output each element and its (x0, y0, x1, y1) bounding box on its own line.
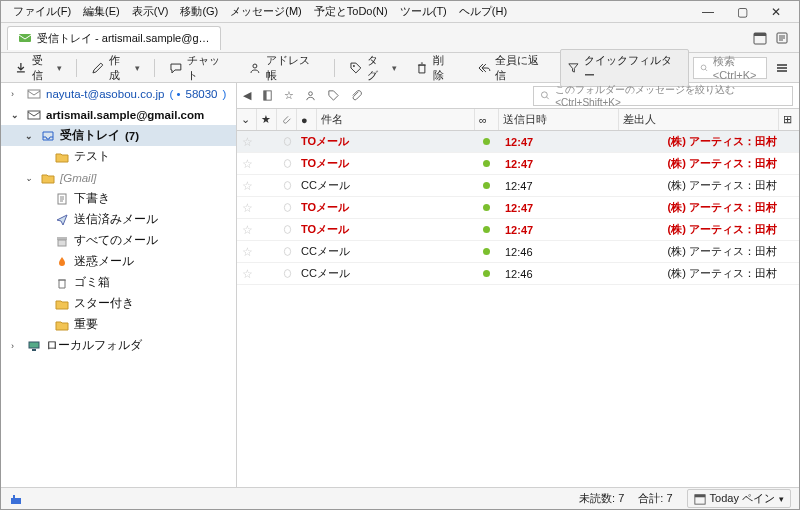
svg-point-23 (284, 248, 290, 256)
receive-button[interactable]: 受信▾ (7, 49, 69, 87)
read-icon (277, 158, 297, 169)
message-row[interactable]: ☆CCメール12:46(株) アーティス：田村 (237, 241, 799, 263)
svg-point-21 (284, 204, 290, 212)
message-row[interactable]: ☆CCメール12:46(株) アーティス：田村 (237, 263, 799, 285)
calendar-icon[interactable] (749, 27, 771, 49)
message-subject: CCメール (297, 266, 477, 281)
svg-point-19 (284, 160, 290, 168)
nav-back[interactable]: ◀ (243, 89, 251, 102)
folder-search-placeholder: このフォルダーのメッセージを絞り込む <Ctrl+Shift+K> (555, 83, 786, 108)
main-toolbar: 受信▾ 作成▾ チャット アドレス帳 タグ▾ 削除 全員に返信 クイックフィルタ… (1, 53, 799, 83)
compose-button[interactable]: 作成▾ (84, 49, 146, 87)
folder-test[interactable]: テスト (1, 146, 236, 167)
menu-tools[interactable]: ツール(T) (394, 2, 453, 21)
star-toggle[interactable]: ☆ (237, 267, 257, 281)
mail-account-icon (26, 107, 41, 122)
svg-rect-12 (29, 342, 39, 348)
window-close[interactable]: ✕ (759, 3, 793, 21)
col-date[interactable]: 送信日時 (499, 109, 619, 130)
search-icon (540, 90, 550, 101)
star-toggle[interactable]: ☆ (237, 201, 257, 215)
tab-title: 受信トレイ - artismail.sample@g… (37, 31, 210, 46)
menu-edit[interactable]: 編集(E) (77, 2, 126, 21)
replyall-button[interactable]: 全員に返信 (470, 49, 556, 87)
folder-sent[interactable]: 送信済みメール (1, 209, 236, 230)
folder-starred[interactable]: スター付き (1, 293, 236, 314)
message-row[interactable]: ☆TOメール12:47(株) アーティス：田村 (237, 219, 799, 241)
folder-drafts-label: 下書き (74, 191, 110, 206)
menu-help[interactable]: ヘルプ(H) (453, 2, 513, 21)
folder-inbox[interactable]: ⌄ 受信トレイ (7) (1, 125, 236, 146)
star-toggle[interactable]: ☆ (237, 245, 257, 259)
read-icon (277, 136, 297, 147)
window-maximize[interactable]: ▢ (725, 3, 759, 21)
app-menu-button[interactable] (771, 57, 793, 79)
folder-search[interactable]: このフォルダーのメッセージを絞り込む <Ctrl+Shift+K> (533, 86, 793, 106)
hamburger-icon (775, 61, 789, 75)
chat-button[interactable]: チャット (162, 49, 237, 87)
menu-todo[interactable]: 予定とToDo(N) (308, 2, 394, 21)
col-picker[interactable]: ⊞ (779, 109, 799, 130)
filter-attach-icon[interactable] (350, 89, 363, 102)
folder-important[interactable]: 重要 (1, 314, 236, 335)
address-label: アドレス帳 (266, 53, 320, 83)
star-toggle[interactable]: ☆ (237, 157, 257, 171)
svg-point-17 (541, 92, 547, 98)
folder-test-label: テスト (74, 149, 110, 164)
account-1[interactable]: › nayuta-t@asobou.co.jp ( •58030) (1, 83, 236, 104)
folder-all[interactable]: すべてのメール (1, 230, 236, 251)
delete-button[interactable]: 削除 (408, 49, 462, 87)
col-subject[interactable]: 件名 (317, 109, 475, 130)
filter-contact-icon[interactable] (304, 89, 317, 102)
global-search[interactable]: 検索 <Ctrl+K> (693, 57, 768, 79)
addressbook-button[interactable]: アドレス帳 (241, 49, 327, 87)
menu-file[interactable]: ファイル(F) (7, 2, 77, 21)
tasks-icon[interactable] (771, 27, 793, 49)
tag-button[interactable]: タグ▾ (342, 49, 404, 87)
menu-go[interactable]: 移動(G) (174, 2, 224, 21)
today-pane-label: Today ペイン (710, 491, 775, 506)
svg-point-24 (284, 270, 290, 278)
menu-message[interactable]: メッセージ(M) (224, 2, 308, 21)
filter-unread-icon[interactable] (261, 89, 274, 102)
read-icon (277, 268, 297, 279)
col-star[interactable]: ★ (257, 109, 277, 130)
menu-view[interactable]: 表示(V) (126, 2, 175, 21)
col-read[interactable]: ● (297, 109, 317, 130)
search-placeholder: 検索 <Ctrl+K> (713, 54, 760, 81)
col-correspondents[interactable]: ∞ (475, 109, 499, 130)
message-row[interactable]: ☆TOメール12:47(株) アーティス：田村 (237, 131, 799, 153)
column-headers[interactable]: ⌄ ★ ● 件名 ∞ 送信日時 差出人 ⊞ (237, 109, 799, 131)
folder-drafts[interactable]: 下書き (1, 188, 236, 209)
folder-trash[interactable]: ゴミ箱 (1, 272, 236, 293)
filter-star-icon[interactable]: ☆ (284, 89, 294, 102)
star-toggle[interactable]: ☆ (237, 135, 257, 149)
star-toggle[interactable]: ☆ (237, 223, 257, 237)
message-time: 12:47 (501, 180, 621, 192)
quickfilter-button[interactable]: クイックフィルター (560, 49, 689, 87)
filter-tag-icon[interactable] (327, 89, 340, 102)
folder-sent-label: 送信済みメール (74, 212, 158, 227)
tab-inbox[interactable]: 受信トレイ - artismail.sample@g… (7, 26, 221, 50)
svg-point-22 (284, 226, 290, 234)
star-toggle[interactable]: ☆ (237, 179, 257, 193)
message-row[interactable]: ☆TOメール12:47(株) アーティス：田村 (237, 153, 799, 175)
calendar-icon (694, 493, 706, 505)
today-pane-button[interactable]: Today ペイン ▾ (687, 489, 791, 508)
message-row[interactable]: ☆TOメール12:47(株) アーティス：田村 (237, 197, 799, 219)
folder-spam[interactable]: 迷惑メール (1, 251, 236, 272)
archive-icon (54, 233, 69, 248)
col-thread[interactable]: ⌄ (237, 109, 257, 130)
col-attach[interactable] (277, 109, 297, 130)
local-folders[interactable]: › ローカルフォルダ (1, 335, 236, 356)
folder-gmail[interactable]: ⌄ [Gmail] (1, 167, 236, 188)
window-minimize[interactable]: — (691, 3, 725, 21)
folder-trash-label: ゴミ箱 (74, 275, 110, 290)
message-list: ☆TOメール12:47(株) アーティス：田村☆TOメール12:47(株) アー… (237, 131, 799, 487)
col-from[interactable]: 差出人 (619, 109, 779, 130)
message-from: (株) アーティス：田村 (621, 178, 781, 193)
account-2[interactable]: ⌄ artismail.sample@gmail.com (1, 104, 236, 125)
message-time: 12:47 (501, 224, 621, 236)
message-row[interactable]: ☆CCメール12:47(株) アーティス：田村 (237, 175, 799, 197)
svg-rect-8 (28, 111, 40, 119)
